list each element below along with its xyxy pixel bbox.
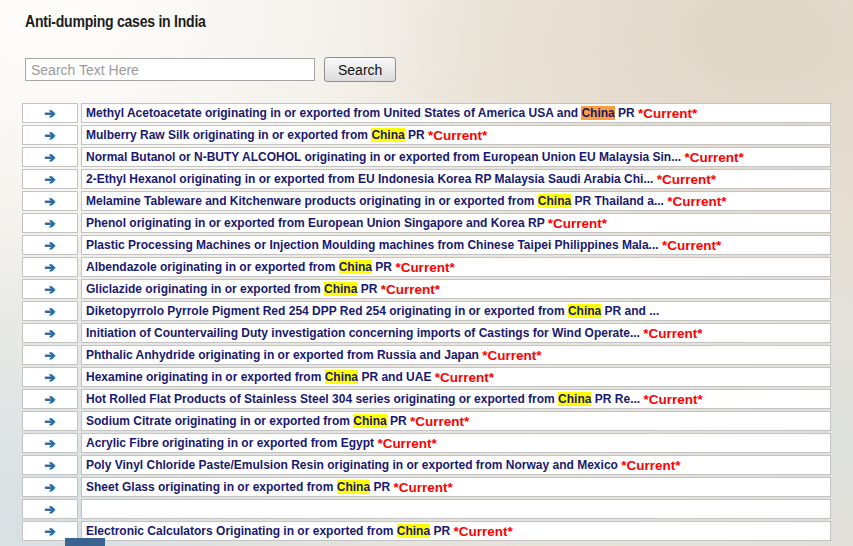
row-arrow-button[interactable]: ➔ [22,147,78,167]
case-title[interactable]: Methyl Acetoacetate originating in or ex… [81,103,831,123]
case-title[interactable]: 2-Ethyl Hexanol originating in or export… [81,169,831,189]
highlight-china: China [324,282,357,296]
partial-next-row [65,538,105,546]
row-arrow-button[interactable]: ➔ [22,191,78,211]
row-arrow-button[interactable]: ➔ [22,367,78,387]
arrow-right-icon: ➔ [45,327,56,340]
row-arrow-button[interactable]: ➔ [22,169,78,189]
case-title[interactable]: Sodium Citrate originating in or exporte… [81,411,831,431]
case-text: PR [430,524,453,538]
row-arrow-button[interactable]: ➔ [22,257,78,277]
page-title: Anti-dumping cases in India [25,13,206,31]
case-row: ➔ [22,499,831,519]
case-title[interactable]: Normal Butanol or N-BUTY ALCOHOL origina… [81,147,831,167]
case-text: 2-Ethyl Hexanol originating in or export… [86,172,657,186]
arrow-right-icon: ➔ [45,261,56,274]
case-text: PR [357,282,380,296]
arrow-right-icon: ➔ [45,195,56,208]
case-title[interactable]: Electronic Calculators Originating in or… [81,521,831,541]
highlight-china: China [337,480,370,494]
case-title[interactable]: Hexamine originating in or exported from… [81,367,831,387]
case-text: Hexamine originating in or exported from [86,370,325,384]
row-arrow-button[interactable]: ➔ [22,235,78,255]
case-row: ➔Methyl Acetoacetate originating in or e… [22,103,831,123]
case-text: Methyl Acetoacetate originating in or ex… [86,106,581,120]
current-badge: *Current* [643,326,702,341]
arrow-right-icon: ➔ [45,481,56,494]
row-arrow-button[interactable]: ➔ [22,389,78,409]
case-title[interactable]: Phthalic Anhydride originating in or exp… [81,345,831,365]
current-badge: *Current* [428,128,487,143]
case-title[interactable]: Sheet Glass originating in or exported f… [81,477,831,497]
case-title[interactable]: Diketopyrrolo Pyrrole Pigment Red 254 DP… [81,301,831,321]
case-text: PR [615,106,638,120]
current-badge: *Current* [621,458,680,473]
highlight-china: China [558,392,591,406]
current-badge: *Current* [548,216,607,231]
case-title[interactable]: Plastic Processing Machines or Injection… [81,235,831,255]
row-arrow-button[interactable]: ➔ [22,279,78,299]
highlight-china: China [339,260,372,274]
case-title[interactable]: Poly Vinyl Chloride Paste/Emulsion Resin… [81,455,831,475]
current-badge: *Current* [381,282,440,297]
row-arrow-button[interactable]: ➔ [22,499,78,519]
arrow-right-icon: ➔ [45,151,56,164]
current-badge: *Current* [657,172,716,187]
case-row: ➔Albendazole originating in or exported … [22,257,831,277]
current-badge: *Current* [435,370,494,385]
case-row: ➔Gliclazide originating in or exported f… [22,279,831,299]
row-arrow-button[interactable]: ➔ [22,301,78,321]
case-text: Poly Vinyl Chloride Paste/Emulsion Resin… [86,458,621,472]
case-row: ➔Hexamine originating in or exported fro… [22,367,831,387]
case-row: ➔Mulberry Raw Silk originating in or exp… [22,125,831,145]
case-title[interactable]: Mulberry Raw Silk originating in or expo… [81,125,831,145]
current-badge: *Current* [482,348,541,363]
arrow-right-icon: ➔ [45,239,56,252]
row-arrow-button[interactable]: ➔ [22,433,78,453]
search-button[interactable]: Search [324,57,396,82]
current-badge: *Current* [662,238,721,253]
case-title[interactable]: Phenol originating in or exported from E… [81,213,831,233]
row-arrow-button[interactable]: ➔ [22,103,78,123]
case-title[interactable]: Melamine Tableware and Kitchenware produ… [81,191,831,211]
case-row: ➔Phenol originating in or exported from … [22,213,831,233]
case-text: Mulberry Raw Silk originating in or expo… [86,128,371,142]
case-text: Phenol originating in or exported from E… [86,216,548,230]
case-row: ➔Normal Butanol or N-BUTY ALCOHOL origin… [22,147,831,167]
case-title[interactable]: Hot Rolled Flat Products of Stainless St… [81,389,831,409]
case-title[interactable]: Acrylic Fibre originating in or exported… [81,433,831,453]
case-title[interactable] [81,499,831,519]
highlight-china: China [325,370,358,384]
case-row: ➔Sheet Glass originating in or exported … [22,477,831,497]
case-text: PR Re... [591,392,643,406]
row-arrow-button[interactable]: ➔ [22,477,78,497]
row-arrow-button[interactable]: ➔ [22,411,78,431]
case-row: ➔Phthalic Anhydride originating in or ex… [22,345,831,365]
arrow-right-icon: ➔ [45,217,56,230]
current-badge: *Current* [643,392,702,407]
search-bar: Search [25,57,396,82]
arrow-right-icon: ➔ [45,437,56,450]
case-text: PR and UAE [358,370,435,384]
row-arrow-button[interactable]: ➔ [22,323,78,343]
case-title[interactable]: Albendazole originating in or exported f… [81,257,831,277]
case-row: ➔Diketopyrrolo Pyrrole Pigment Red 254 D… [22,301,831,321]
case-text: PR [370,480,393,494]
case-list: ➔Methyl Acetoacetate originating in or e… [22,103,831,543]
case-text: Plastic Processing Machines or Injection… [86,238,662,252]
arrow-right-icon: ➔ [45,503,56,516]
case-title[interactable]: Gliclazide originating in or exported fr… [81,279,831,299]
arrow-right-icon: ➔ [45,415,56,428]
case-text: PR [372,260,395,274]
row-arrow-button[interactable]: ➔ [22,213,78,233]
search-input[interactable] [25,58,315,81]
row-arrow-button[interactable]: ➔ [22,455,78,475]
row-arrow-button[interactable]: ➔ [22,345,78,365]
case-row: ➔Plastic Processing Machines or Injectio… [22,235,831,255]
case-title[interactable]: Initiation of Countervailing Duty invest… [81,323,831,343]
arrow-right-icon: ➔ [45,173,56,186]
highlight-china: China [353,414,386,428]
case-text: Sheet Glass originating in or exported f… [86,480,337,494]
row-arrow-button[interactable]: ➔ [22,125,78,145]
current-badge: *Current* [395,260,454,275]
